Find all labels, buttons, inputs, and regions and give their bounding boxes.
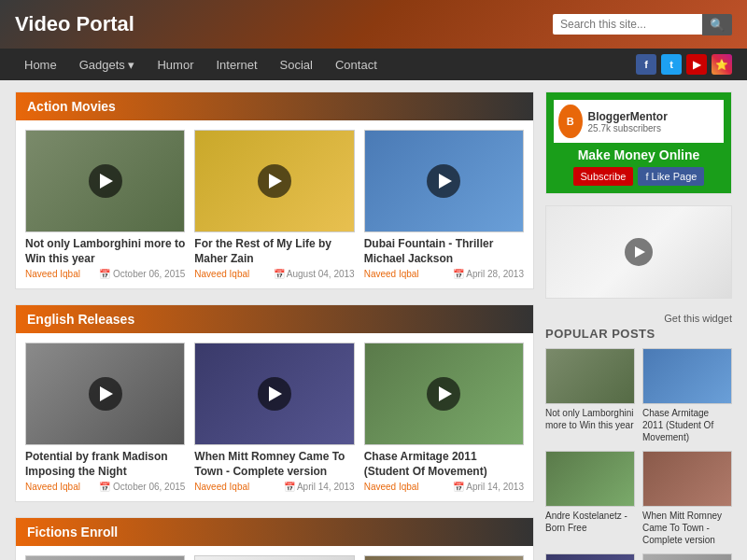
nav-contact[interactable]: Contact (326, 52, 387, 77)
video-meta: Naveed Iqbal📅 April 14, 2013 (194, 482, 354, 492)
popular-item[interactable]: Not only Lamborghini more to Win this ye… (545, 348, 635, 443)
search-bar: 🔍 (553, 14, 732, 35)
video-thumb (194, 555, 354, 560)
video-card[interactable]: For the Rest of My Life by Maher ZainNav… (194, 130, 354, 279)
blogger-buttons: Subscribe f Like Page (554, 167, 724, 186)
video-meta: Naveed Iqbal📅 October 06, 2015 (25, 482, 185, 492)
sections-container: Action MoviesNot only Lamborghini more t… (15, 91, 534, 560)
popular-title: When Mitt Romney Came To Town - Complete… (642, 510, 732, 546)
video-thumb (364, 555, 524, 560)
video-meta: Naveed Iqbal📅 April 14, 2013 (364, 482, 524, 492)
nav-humor[interactable]: Humor (148, 52, 203, 77)
video-card[interactable] (194, 555, 354, 560)
popular-title: Not only Lamborghini more to Win this ye… (545, 407, 635, 431)
popular-item[interactable]: When Mitt Romney Came To Town - Complete… (642, 451, 732, 546)
blogger-info: BloggerMentor 25.7k subscribers (588, 110, 668, 133)
popular-posts-section: POPULAR POSTS Not only Lamborghini more … (545, 327, 732, 560)
popular-item[interactable]: Andre Kostelanetz - Born Free (545, 451, 635, 546)
video-date: 📅 October 06, 2015 (99, 482, 185, 492)
blogger-top: B BloggerMentor 25.7k subscribers Blogge… (554, 100, 724, 143)
twitter-icon[interactable]: t (661, 54, 682, 75)
video-title: Not only Lamborghini more to Win this ye… (25, 237, 185, 266)
video-author: Naveed Iqbal (194, 269, 249, 279)
instagram-icon[interactable]: ⭐ (712, 54, 732, 75)
subscribe-button[interactable]: Subscribe (573, 167, 634, 186)
popular-item[interactable]: Potential ... (642, 553, 732, 560)
site-title: Video Portal (15, 12, 134, 36)
youtube-icon[interactable]: ▶ (686, 54, 707, 75)
video-card[interactable]: Chase Armitage 2011 (Student Of Movement… (364, 343, 524, 492)
video-title: When Mitt Romney Came To Town - Complete… (194, 450, 354, 479)
video-thumb (194, 130, 354, 232)
video-author: Naveed Iqbal (25, 482, 80, 492)
video-thumb (364, 343, 524, 445)
search-button[interactable]: 🔍 (702, 14, 732, 35)
popular-item[interactable] (545, 553, 635, 560)
popular-thumb (642, 348, 732, 404)
play-icon[interactable] (89, 377, 122, 411)
video-author: Naveed Iqbal (364, 482, 419, 492)
like-page-button[interactable]: f Like Page (638, 167, 704, 186)
video-card[interactable] (25, 555, 185, 560)
video-card[interactable]: When Mitt Romney Came To Town - Complete… (194, 343, 354, 492)
header: Video Portal 🔍 (0, 0, 747, 49)
widget-thumb (546, 206, 731, 298)
video-card[interactable] (364, 555, 524, 560)
video-grid: Not only Lamborghini more to Win this ye… (16, 120, 533, 288)
blogger-tagline: Make Money Online (554, 147, 724, 162)
get-widget-link[interactable]: Get this widget (545, 310, 732, 327)
blogger-subs: 25.7k subscribers (588, 123, 668, 133)
play-icon[interactable] (427, 164, 460, 198)
play-icon[interactable] (89, 164, 122, 198)
video-meta: Naveed Iqbal📅 October 06, 2015 (25, 269, 185, 279)
section-action-movies: Action MoviesNot only Lamborghini more t… (15, 91, 534, 289)
popular-item[interactable]: Chase Armitage 2011 (Student Of Movement… (642, 348, 732, 443)
video-date: 📅 April 28, 2013 (453, 269, 524, 279)
blogger-widget: B BloggerMentor 25.7k subscribers Blogge… (545, 91, 732, 194)
video-thumb (194, 343, 354, 445)
widget-play-icon[interactable] (625, 238, 653, 266)
nav-items: Home Gadgets ▾ Humor Internet Social Con… (15, 52, 387, 77)
video-card[interactable]: Dubai Fountain - Thriller Michael Jackso… (364, 130, 524, 279)
popular-posts-title: POPULAR POSTS (545, 327, 732, 341)
popular-title: Andre Kostelanetz - Born Free (545, 510, 635, 534)
blogger-name: BloggerMentor (588, 110, 668, 123)
popular-grid: Not only Lamborghini more to Win this ye… (545, 348, 732, 560)
video-thumb (364, 130, 524, 232)
blogger-mentor-text: BloggerMentor (673, 107, 719, 135)
video-meta: Naveed Iqbal📅 April 28, 2013 (364, 269, 524, 279)
video-title: Potential by frank Madison Imposing the … (25, 450, 185, 479)
video-card[interactable]: Potential by frank Madison Imposing the … (25, 343, 185, 492)
nav-internet[interactable]: Internet (206, 52, 266, 77)
video-meta: Naveed Iqbal📅 August 04, 2013 (194, 269, 354, 279)
main-container: Action MoviesNot only Lamborghini more t… (0, 80, 747, 560)
blogger-avatar: B (558, 105, 583, 138)
play-icon[interactable] (427, 377, 460, 411)
video-grid: Potential by frank Madison Imposing the … (16, 333, 533, 501)
video-card[interactable]: Not only Lamborghini more to Win this ye… (25, 130, 185, 279)
popular-title: Chase Armitage 2011 (Student Of Movement… (642, 407, 732, 443)
video-grid (16, 546, 533, 560)
nav-social[interactable]: Social (271, 52, 322, 77)
video-date: 📅 April 14, 2013 (453, 482, 524, 492)
video-author: Naveed Iqbal (364, 269, 419, 279)
section-fictions-enroll: Fictions Enroll (15, 517, 534, 560)
second-widget (545, 205, 732, 299)
play-icon[interactable] (258, 377, 291, 411)
nav-gadgets[interactable]: Gadgets ▾ (70, 52, 145, 77)
facebook-icon[interactable]: f (636, 54, 656, 75)
popular-thumb (642, 553, 732, 560)
search-input[interactable] (553, 14, 702, 35)
video-thumb (25, 555, 185, 560)
nav-home[interactable]: Home (15, 52, 66, 77)
video-title: For the Rest of My Life by Maher Zain (194, 237, 354, 266)
popular-thumb (545, 553, 635, 560)
video-author: Naveed Iqbal (25, 269, 80, 279)
section-header: Action Movies (16, 92, 533, 120)
content-area: Action MoviesNot only Lamborghini more t… (15, 91, 534, 560)
video-date: 📅 April 14, 2013 (284, 482, 355, 492)
video-title: Chase Armitage 2011 (Student Of Movement… (364, 450, 524, 479)
section-header: Fictions Enroll (16, 518, 533, 546)
play-icon[interactable] (258, 164, 291, 198)
navigation: Home Gadgets ▾ Humor Internet Social Con… (0, 49, 747, 80)
